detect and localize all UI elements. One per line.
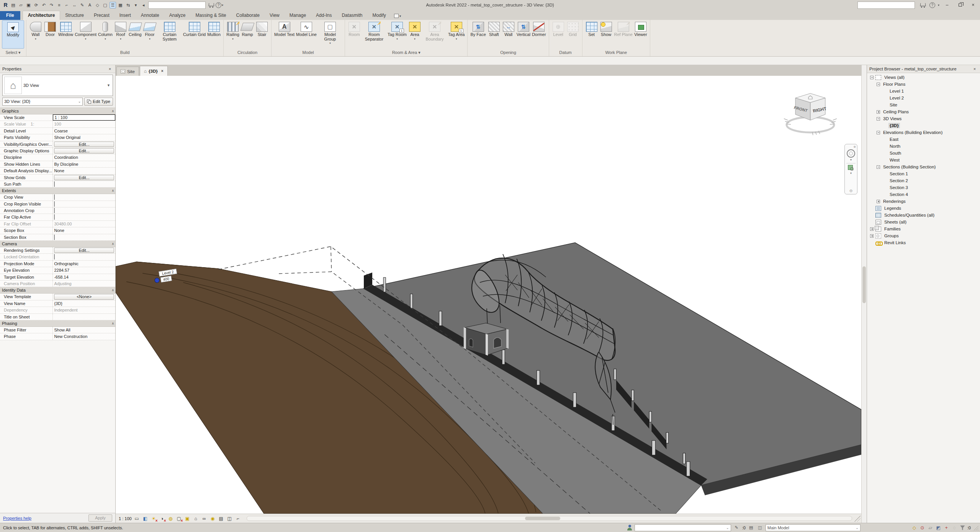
horizontal-scrollbar[interactable]: [247, 516, 852, 521]
tree-item-section-2[interactable]: Section 2: [867, 177, 980, 184]
property-value[interactable]: 1 : 100: [53, 114, 115, 121]
ribbon-button-floor[interactable]: Floor▾: [142, 20, 157, 41]
tree-item-3d-views[interactable]: 3D Views: [867, 115, 980, 122]
expand-icon[interactable]: [870, 234, 874, 238]
panel-label-select[interactable]: Select ▾: [0, 50, 26, 56]
zoom-icon[interactable]: [848, 165, 854, 171]
hscroll-thumb[interactable]: [525, 517, 560, 520]
type-selector-arrow-icon[interactable]: ▼: [107, 83, 113, 87]
property-value[interactable]: By Discipline: [53, 161, 115, 167]
panel-label-build[interactable]: Build: [26, 50, 223, 56]
properties-section-extents[interactable]: Extents∧: [0, 188, 115, 194]
tree-item--3d-[interactable]: {3D}: [867, 122, 980, 129]
ribbon-tab-file[interactable]: File: [0, 11, 20, 20]
ribbon-button-dormer[interactable]: Dormer: [531, 20, 547, 38]
app-store-cart-icon[interactable]: [208, 2, 214, 8]
ribbon-button-room-separator[interactable]: Room Separator: [362, 20, 387, 42]
project-browser-close-icon[interactable]: ×: [972, 67, 978, 71]
active-workset-select[interactable]: ⌄: [635, 524, 731, 531]
expand-icon[interactable]: [870, 227, 874, 231]
ribbon-tab-massing-site[interactable]: Massing & Site: [191, 11, 231, 20]
tree-item-section-1[interactable]: Section 1: [867, 170, 980, 177]
tree-item-sheets-all-[interactable]: Sheets (all): [867, 219, 980, 225]
ribbon-button-model-group[interactable]: Model Group▾: [317, 20, 343, 45]
ribbon-tab-architecture[interactable]: Architecture: [23, 11, 61, 20]
select-links-icon[interactable]: ◇: [911, 525, 918, 531]
ribbon-tab-modify[interactable]: Modify: [367, 11, 391, 20]
view-scale-button[interactable]: 1 : 100: [119, 516, 132, 521]
worksets-icon[interactable]: [627, 525, 632, 530]
panel-label-model[interactable]: Model: [272, 50, 345, 56]
tree-item-east[interactable]: East: [867, 136, 980, 143]
tree-item-revit-links[interactable]: Revit Links: [867, 239, 980, 246]
tree-item-section-4[interactable]: Section 4: [867, 191, 980, 198]
ribbon-tab-insert[interactable]: Insert: [115, 11, 136, 20]
tree-item-renderings[interactable]: Renderings: [867, 198, 980, 205]
save-icon[interactable]: ▣: [25, 2, 32, 8]
rendering-dialog-icon[interactable]: ◍: [167, 515, 174, 522]
tree-item-floor-plans[interactable]: Floor Plans: [867, 81, 980, 88]
collapse-icon[interactable]: [870, 76, 874, 79]
property-edit-button[interactable]: Edit...: [54, 175, 114, 180]
redo-icon[interactable]: ↷: [48, 2, 55, 8]
view-tab-close-icon[interactable]: ×: [161, 69, 164, 73]
vscroll-thumb[interactable]: [862, 266, 866, 303]
property-value[interactable]: Coordination: [53, 154, 115, 160]
navbar-close-icon[interactable]: ⊗: [853, 145, 856, 149]
store-cart-icon[interactable]: [920, 2, 926, 8]
ribbon-button-model-text[interactable]: Model Text: [273, 20, 295, 38]
design-options-icon[interactable]: ▤: [748, 525, 754, 530]
ribbon-tab-collaborate[interactable]: Collaborate: [231, 11, 265, 20]
view-cube[interactable]: FRONT RIGHT: [782, 87, 839, 138]
help-arrow[interactable]: ▾: [938, 3, 939, 7]
ribbon-button-window[interactable]: Window: [57, 20, 74, 38]
collapse-icon[interactable]: ◂: [140, 2, 147, 8]
select-by-face-icon[interactable]: ◩: [935, 525, 942, 531]
ribbon-button-ramp[interactable]: Ramp: [240, 20, 255, 38]
ribbon-button-tag-room[interactable]: Tag Room▾: [387, 20, 407, 41]
section-collapse-icon[interactable]: ∧: [111, 321, 113, 325]
panel-label-work-plane[interactable]: Work Plane: [582, 50, 650, 56]
close-inactive-icon[interactable]: ▦: [117, 2, 124, 8]
property-checkbox[interactable]: [54, 254, 55, 259]
property-value[interactable]: Coarse: [53, 128, 115, 134]
ribbon-button-mullion[interactable]: Mullion: [206, 20, 221, 38]
property-value[interactable]: Show Original: [53, 134, 115, 140]
visual-style-icon[interactable]: ◧: [142, 515, 149, 522]
tree-item-section-3[interactable]: Section 3: [867, 184, 980, 191]
search-box[interactable]: [857, 2, 915, 9]
tree-item-legends[interactable]: Legends: [867, 205, 980, 212]
steering-wheel-icon[interactable]: [847, 149, 855, 158]
exclude-options-icon[interactable]: ◫: [757, 525, 763, 530]
edit-type-button[interactable]: Edit Type: [84, 98, 113, 106]
ribbon-button-area[interactable]: Area▾: [407, 20, 422, 41]
ribbon-button-viewer[interactable]: Viewer: [633, 20, 648, 38]
section-collapse-icon[interactable]: ∧: [111, 242, 113, 246]
property-value[interactable]: New Construction: [53, 333, 115, 339]
wheel-dropdown-arrow[interactable]: ▾: [850, 158, 852, 162]
type-selector[interactable]: ⌂ 3D View ▼: [2, 75, 113, 96]
hide-isolate-icon[interactable]: ∞: [201, 515, 208, 522]
help-dropdown-arrow[interactable]: ▾: [222, 3, 223, 7]
property-edit-button[interactable]: Edit...: [54, 148, 114, 153]
editable-only-icon[interactable]: ✎: [733, 525, 740, 530]
tree-item-groups[interactable]: Groups: [867, 232, 980, 239]
properties-section-camera[interactable]: Camera∧: [0, 241, 115, 247]
property-edit-button[interactable]: <None>: [54, 294, 114, 299]
view-tab--3d-[interactable]: ⌂{3D}×: [140, 66, 168, 76]
property-edit-button[interactable]: Edit...: [54, 142, 114, 147]
property-value[interactable]: None: [53, 227, 115, 233]
aligned-dimension-icon[interactable]: ↔: [71, 2, 78, 8]
ribbon-state-toggle[interactable]: ▾: [394, 14, 401, 20]
ribbon-tab-datasmith[interactable]: Datasmith: [337, 11, 367, 20]
tree-item-sections-building-section-[interactable]: Sections (Building Section): [867, 163, 980, 170]
reveal-hidden-icon[interactable]: ◉: [209, 515, 216, 522]
help-icon[interactable]: ?: [216, 2, 221, 8]
temp-view-properties-icon[interactable]: ▤: [218, 515, 224, 522]
new-doc-icon[interactable]: ▤: [10, 2, 16, 8]
sync-icon[interactable]: ⟳: [33, 2, 39, 8]
tag-icon[interactable]: ✎: [79, 2, 85, 8]
tree-item-west[interactable]: West: [867, 157, 980, 163]
crop-view-icon[interactable]: ▢: [176, 515, 182, 522]
ribbon-tab-analyze[interactable]: Analyze: [164, 11, 191, 20]
